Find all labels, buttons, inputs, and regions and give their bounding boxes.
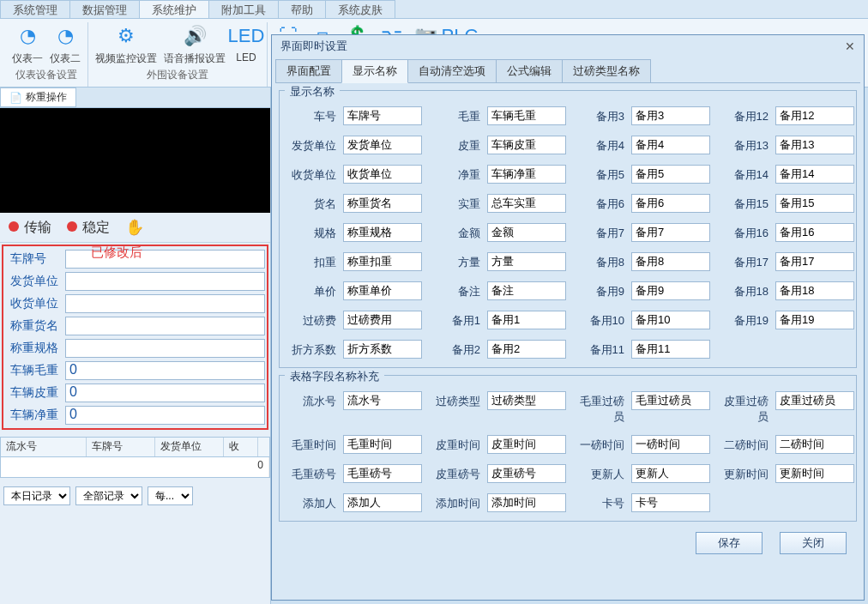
dialog-tab-0[interactable]: 界面配置: [275, 59, 342, 82]
hand-icon[interactable]: ✋: [125, 218, 144, 237]
form-input-备用12[interactable]: [775, 106, 854, 125]
table-header[interactable]: 收: [224, 438, 258, 456]
form-input-毛重磅号[interactable]: [343, 464, 422, 483]
tab-weighing[interactable]: 📄 称重操作: [0, 88, 76, 107]
menu-1[interactable]: 数据管理: [69, 0, 140, 18]
form-input-金额[interactable]: [487, 223, 566, 242]
form-input-实重[interactable]: [487, 194, 566, 213]
ribbon-视频监控设置[interactable]: ⚙视频监控设置: [95, 22, 157, 66]
form-input-二磅时间[interactable]: [775, 435, 854, 454]
form-input-一磅时间[interactable]: [631, 435, 710, 454]
仪表一-icon: ◔: [14, 22, 41, 50]
menu-4[interactable]: 帮助: [278, 0, 326, 18]
form-label: 更新人: [573, 464, 624, 483]
form-input-备用18[interactable]: [775, 281, 854, 300]
field-value[interactable]: 0: [65, 361, 265, 380]
form-input-备注[interactable]: [487, 281, 566, 300]
form-input-备用6[interactable]: [631, 194, 710, 213]
form-label: 备用6: [573, 194, 624, 213]
ribbon-group-2-label: 外围设备设置: [147, 68, 208, 82]
menu-2[interactable]: 系统维护: [139, 0, 209, 18]
form-label: 添加人: [285, 493, 336, 512]
form-input-皮重过磅员[interactable]: [775, 391, 854, 410]
form-input-流水号[interactable]: [343, 391, 422, 410]
ribbon-仪表二[interactable]: ◔仪表二: [50, 22, 81, 66]
form-input-毛重[interactable]: [487, 106, 566, 125]
form-label: 过磅类型: [429, 391, 480, 425]
table-header[interactable]: 车牌号: [87, 438, 155, 456]
form-input-更新人[interactable]: [631, 464, 710, 483]
menu-0[interactable]: 系统管理: [0, 0, 70, 18]
form-label: 金额: [429, 223, 480, 242]
ribbon-语音播报设置[interactable]: 🔊语音播报设置: [164, 22, 226, 66]
fields-box: 车牌号发货单位收货单位称重货名称重规格车辆毛重0车辆皮重0车辆净重0: [2, 245, 268, 430]
form-input-备用14[interactable]: [775, 165, 854, 184]
ribbon-仪表一[interactable]: ◔仪表一: [12, 22, 43, 66]
form-input-备用1[interactable]: [487, 311, 566, 329]
form-input-扣重[interactable]: [343, 252, 422, 271]
table-header[interactable]: 发货单位: [155, 438, 224, 456]
form-label: 二磅时间: [717, 435, 769, 454]
form-input-添加时间[interactable]: [487, 493, 566, 512]
filter-select-0[interactable]: 本日记录: [3, 486, 70, 505]
form-input-备用16[interactable]: [775, 223, 854, 242]
form-label: 车号: [285, 106, 336, 125]
table-header[interactable]: 流水号: [1, 438, 87, 456]
field-value[interactable]: [65, 272, 265, 291]
form-input-备用7[interactable]: [631, 223, 710, 242]
form-input-过磅费[interactable]: [343, 311, 422, 329]
filter-select-2[interactable]: 每...: [148, 486, 193, 505]
field-value[interactable]: [65, 294, 265, 313]
form-input-备用5[interactable]: [631, 165, 710, 184]
form-input-货名[interactable]: [343, 194, 422, 213]
field-value[interactable]: 0: [65, 406, 265, 425]
form-input-备用3[interactable]: [631, 106, 710, 125]
field-value[interactable]: [65, 339, 265, 358]
form-input-备用15[interactable]: [775, 194, 854, 213]
form-input-折方系数[interactable]: [343, 340, 422, 359]
form-input-备用9[interactable]: [631, 281, 710, 300]
form-label: 皮重时间: [429, 435, 480, 454]
form-input-备用4[interactable]: [631, 136, 710, 154]
dialog-tab-3[interactable]: 公式编辑: [496, 59, 563, 82]
form-input-车号[interactable]: [343, 106, 422, 125]
form-input-毛重过磅员[interactable]: [631, 391, 710, 410]
form-input-备用2[interactable]: [487, 340, 566, 359]
form-input-备用13[interactable]: [775, 136, 854, 154]
dialog-tab-1[interactable]: 显示名称: [341, 59, 408, 83]
form-input-备用8[interactable]: [631, 252, 710, 271]
form-input-备用11[interactable]: [631, 340, 710, 359]
form-input-备用10[interactable]: [631, 311, 710, 329]
close-icon[interactable]: ✕: [845, 39, 855, 53]
form-input-更新时间[interactable]: [775, 464, 854, 483]
form-label: 备用10: [573, 311, 624, 329]
form-label: 皮重: [429, 136, 480, 154]
dialog-tab-2[interactable]: 自动清空选项: [407, 59, 497, 82]
form-input-过磅类型[interactable]: [487, 391, 566, 410]
form-input-收货单位[interactable]: [343, 165, 422, 184]
dialog-tab-4[interactable]: 过磅类型名称: [562, 59, 651, 82]
filter-select-1[interactable]: 全部记录: [75, 486, 142, 505]
form-input-备用19[interactable]: [775, 311, 854, 329]
form-input-单价[interactable]: [343, 281, 422, 300]
ribbon-LED[interactable]: LEDLED: [232, 22, 260, 66]
field-value[interactable]: [65, 317, 265, 335]
form-input-净重[interactable]: [487, 165, 566, 184]
dialog-tabs: 界面配置显示名称自动清空选项公式编辑过磅类型名称: [275, 59, 860, 83]
dialog-buttons: 保存 关闭: [272, 525, 864, 563]
menu-5[interactable]: 系统皮肤: [325, 0, 395, 18]
form-input-卡号[interactable]: [631, 493, 710, 512]
form-input-皮重时间[interactable]: [487, 435, 566, 454]
form-input-方量[interactable]: [487, 252, 566, 271]
save-button[interactable]: 保存: [696, 532, 763, 554]
form-input-皮重[interactable]: [487, 136, 566, 154]
form-input-备用17[interactable]: [775, 252, 854, 271]
close-button[interactable]: 关闭: [780, 532, 847, 554]
form-input-皮重磅号[interactable]: [487, 464, 566, 483]
form-input-规格[interactable]: [343, 223, 422, 242]
menu-3[interactable]: 附加工具: [208, 0, 279, 18]
form-input-发货单位[interactable]: [343, 136, 422, 154]
form-input-毛重时间[interactable]: [343, 435, 422, 454]
form-input-添加人[interactable]: [343, 493, 422, 512]
field-value[interactable]: 0: [65, 384, 265, 402]
